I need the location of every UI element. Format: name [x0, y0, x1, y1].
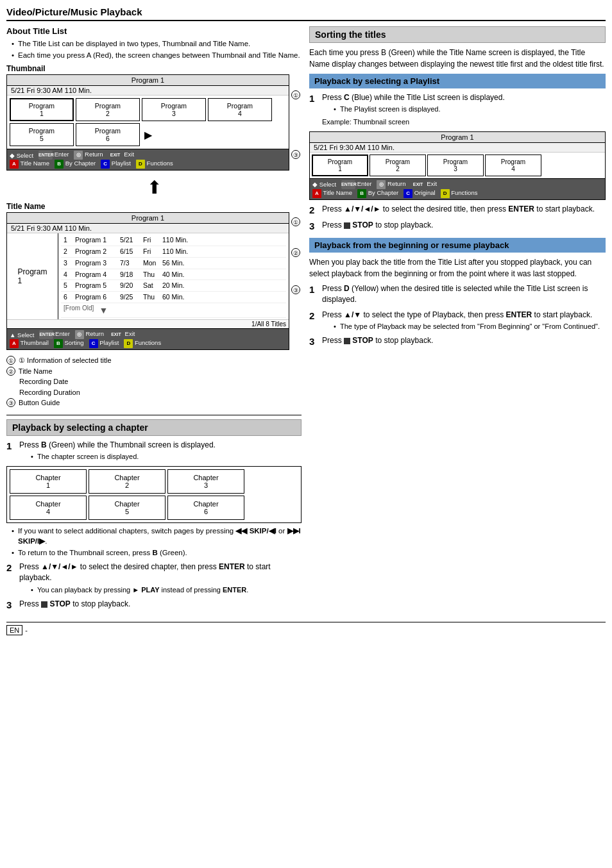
chapter-6: Chapter6	[167, 496, 244, 520]
thumbnail-screen-subheader: 5/21 Fri 9:30 AM 110 Min.	[7, 86, 289, 96]
pl-program-1: Program1	[312, 154, 368, 176]
annot-1: ①	[291, 90, 300, 99]
resume-step1: 1 Press D (Yellow) when the desired titl…	[309, 283, 606, 306]
resume-heading: Playback from the beginning or resume pl…	[309, 238, 606, 253]
stop-icon-chapter	[41, 601, 47, 608]
resume-step1-num: 1	[309, 283, 319, 296]
program-cell-3: Program3	[142, 98, 206, 121]
b-button: B By Chapter	[55, 160, 96, 169]
page-title: Video/Picture/Music Playback	[6, 6, 606, 21]
chapter-step1-bullet: The chapter screen is displayed.	[31, 452, 302, 462]
chapter-step2-content: Press ▲/▼/◄/► to select the desired chap…	[19, 562, 302, 595]
thumbnail-label: Thumbnail	[6, 64, 302, 73]
pl-enter: ENTER Enter	[341, 180, 371, 189]
about-title-list-bullets: The Title List can be displayed in two t…	[6, 38, 302, 60]
select-label: ◆ Select	[10, 152, 33, 159]
title-name-footer: ▲ Select ENTER Enter ◎ Return EXIT Exit …	[7, 328, 289, 349]
playlist-screen-subheader: 5/21 Fri 9:30 AM 110 Min.	[310, 143, 605, 153]
about-title-list-heading: About Title List	[6, 26, 302, 36]
thumbnail-annotations: ① ③	[289, 74, 302, 174]
footer-dash: -	[25, 626, 28, 634]
title-name-label: Title Name	[6, 202, 302, 211]
exit-label2: EXIT Exit	[109, 330, 135, 339]
title-row-5: 5Program 59/20Sat20 Min.	[61, 280, 286, 292]
bullet-1: The Title List can be displayed in two t…	[12, 38, 302, 49]
title-left-cell: Program1	[7, 233, 58, 319]
resume-step2: 2 Press ▲/▼ to select the type of Playba…	[309, 310, 606, 332]
d-btn2: D Functions	[124, 339, 161, 348]
sorting-text: Each time you press B (Green) while the …	[309, 47, 606, 70]
c-button: C Playlist	[101, 160, 131, 169]
c-btn2: C Playlist	[89, 339, 119, 348]
annot-3b: ③	[291, 285, 300, 294]
annot-2b: ②	[291, 248, 300, 257]
pl-program-4: Program4	[485, 154, 541, 176]
pl-program-2: Program2	[370, 154, 426, 176]
title-row-1: 1Program 15/21Fri110 Min.	[61, 235, 286, 246]
title-list-body: Program1 1Program 15/21Fri110 Min. 2Prog…	[7, 233, 289, 319]
playlist-step3-content: Press STOP to stop playback.	[322, 220, 606, 231]
playlist-step1-content: Press C (Blue) while the Title List scre…	[322, 92, 606, 128]
playlist-screen-header: Program 1	[310, 132, 605, 143]
title-name-header: Program 1	[7, 213, 289, 224]
annot-1b: ①	[291, 217, 300, 226]
resume-step1-content: Press D (Yellow) when the desired title …	[322, 283, 606, 306]
enter-label: ENTER Enter	[38, 151, 69, 160]
b-btn2: B Sorting	[54, 339, 84, 348]
pl-exit: EXIT Exit	[411, 180, 437, 189]
resume-intro: When you play back the title from the Ti…	[309, 256, 606, 280]
program-cell-4: Program4	[208, 98, 272, 121]
pl-a-btn: A Title Name	[312, 189, 352, 198]
program-cell-6: Program6	[76, 123, 140, 146]
thumbnail-screen-footer: ◆ Select ENTER Enter ◎ Return EXIT Exit …	[7, 149, 289, 170]
d-button: D Functions	[136, 160, 173, 169]
playlist-program-grid: Program1 Program2 Program3 Program4	[310, 153, 605, 178]
return-label: ◎ Return	[74, 151, 103, 160]
playlist-step2-num: 2	[309, 204, 319, 217]
playlist-step3-num: 3	[309, 220, 319, 233]
a-button: A Title Name	[10, 160, 49, 169]
chapter-step2-bullet: You can playback by pressing ► PLAY inst…	[31, 585, 302, 595]
chapter-bullet-2: To return to the Thumbnail screen, press…	[12, 547, 302, 558]
bullet-2: Each time you press A (Red), the screen …	[12, 50, 302, 60]
next-arrow: ▶	[142, 123, 152, 146]
playlist-screen-footer: ◆ Select ENTER Enter ◎ Return EXIT Exit …	[310, 178, 605, 199]
a-btn2: A Thumbnail	[10, 339, 49, 348]
pl-c-btn: C Original	[404, 189, 435, 198]
playlist-step1-num: 1	[309, 92, 319, 105]
pl-b-btn: B By Chapter	[357, 189, 398, 198]
title-row-6: 6Program 69/25Thu60 Min.	[61, 292, 286, 303]
chapter-5: Chapter5	[89, 496, 166, 520]
chapter-step2-num: 2	[6, 562, 17, 574]
resume-step3: 3 Press STOP to stop playback.	[309, 335, 606, 348]
title-page-info: 1/All 8 Titles	[7, 319, 289, 328]
playlist-step2-content: Press ▲/▼/◄/► to select the desired titl…	[322, 204, 606, 215]
stop-icon-playlist	[344, 222, 350, 229]
resume-step3-num: 3	[309, 335, 319, 348]
playlist-heading: Playback by selecting a Playlist	[309, 74, 606, 88]
sorting-heading: Sorting the titles	[309, 26, 606, 43]
chapter-1: Chapter1	[10, 469, 87, 494]
swap-arrow: ⬆	[6, 177, 302, 198]
pl-return: ◎ Return	[377, 180, 405, 189]
section-divider-chapter	[6, 415, 302, 415]
chapter-bullet-1: If you want to select additional chapter…	[12, 526, 302, 546]
annot-3: ③	[291, 150, 300, 159]
chapter-3: Chapter3	[167, 469, 244, 494]
chapter-step2: 2 Press ▲/▼/◄/► to select the desired ch…	[6, 562, 302, 595]
title-row-3: 3Program 37/3Mon56 Min.	[61, 258, 286, 269]
resume-step3-content: Press STOP to stop playback.	[322, 335, 606, 346]
pl-program-3: Program3	[427, 154, 484, 176]
chapter-step3-press: Press	[19, 599, 39, 608]
en-badge: EN	[6, 625, 22, 635]
label-annotations: ① ① Information of selected title ② Titl…	[6, 355, 302, 408]
resume-step2-bullet: The type of Playback may be selected fro…	[334, 322, 606, 331]
chapter-section-heading: Playback by selecting a chapter	[6, 419, 302, 436]
select-label2: ▲ Select	[10, 331, 34, 338]
enter-label2: ENTER Enter	[39, 330, 69, 339]
title-name-annotations: ① ② ③	[289, 212, 302, 353]
page-footer: EN -	[6, 622, 606, 635]
page-count: 1/All 8 Titles	[251, 321, 286, 328]
chapter-bullets: If you want to select additional chapter…	[6, 526, 302, 558]
chapter-grid: Chapter1 Chapter2 Chapter3 Chapter4 Chap…	[6, 466, 302, 523]
